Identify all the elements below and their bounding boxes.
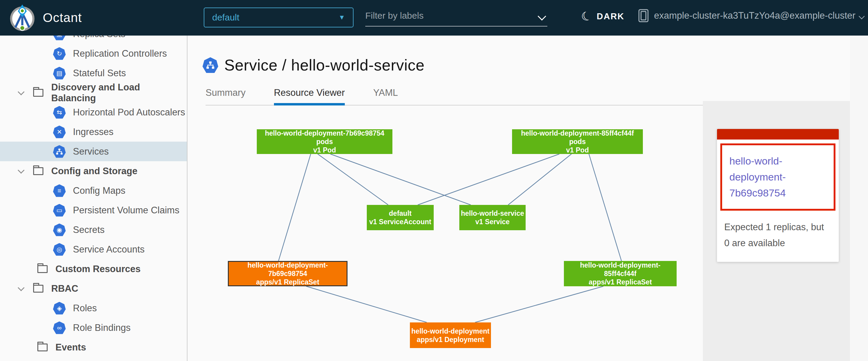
sidebar-item-services[interactable]: Services xyxy=(0,142,187,161)
cluster-selector[interactable]: example-cluster-ka3TuTzYo4a@example-clus… xyxy=(638,9,864,22)
graph-node-serviceaccount-default[interactable]: default v1 ServiceAccount xyxy=(367,205,434,230)
graph-node-replicaset-7b69c98754[interactable]: hello-world-deployment-7b69c98754 apps/v… xyxy=(228,261,347,286)
node-sublabel: v1 ServiceAccount xyxy=(369,218,431,226)
detail-panel: hello-world-deployment-7b69c98754 Expect… xyxy=(703,101,850,361)
node-label: hello-world-deployment-85ff4cf44f pods xyxy=(512,129,643,146)
octant-logo-icon xyxy=(8,4,36,32)
cluster-name: example-cluster-ka3TuTzYo4a@example-clus… xyxy=(654,10,855,21)
moon-icon: ☾ xyxy=(580,9,593,24)
sidebar-item-replica-sets[interactable]: ▣ Replica Sets xyxy=(0,36,187,44)
alert-status-bar xyxy=(717,129,839,139)
brand[interactable]: Octant xyxy=(8,4,165,32)
sidebar-section-events[interactable]: Events xyxy=(0,337,187,357)
node-label: hello-world-deployment-85ff4cf44f xyxy=(564,261,677,278)
sidebar-nav-list: ▣ Replica Sets ↻ Replication Controllers… xyxy=(0,36,187,357)
secrets-icon: ◉ xyxy=(53,224,66,236)
sidebar-item-label: Secrets xyxy=(73,225,104,235)
cluster-icon xyxy=(638,9,649,22)
hpa-icon: ⇆ xyxy=(53,106,66,119)
titlebar: Service / hello-world-service xyxy=(188,36,850,74)
filter-underline xyxy=(365,26,547,27)
chevron-down-icon[interactable] xyxy=(18,284,25,291)
sidebar-item-ingresses[interactable]: ✕ Ingresses xyxy=(0,122,187,142)
ingresses-icon: ✕ xyxy=(53,126,66,138)
graph-node-pods-85ff4cf44f[interactable]: hello-world-deployment-85ff4cf44f pods v… xyxy=(512,129,643,154)
chevron-down-icon[interactable] xyxy=(18,88,25,95)
node-label: hello-world-deployment xyxy=(411,327,490,335)
app-header: Octant default ▼ ☾ DARK example-cluster-… xyxy=(0,0,868,36)
node-label: hello-world-service xyxy=(461,209,524,218)
sidebar-item-label: Replication Controllers xyxy=(73,48,167,59)
sidebar-section-label: Discovery and Load Balancing xyxy=(51,82,187,104)
cluster-chevron-down-icon xyxy=(859,13,865,19)
sidebar-item-horizontal-pod-autoscalers[interactable]: ⇆ Horizontal Pod Autoscalers xyxy=(0,102,187,122)
replica-sets-icon: ▣ xyxy=(53,36,66,40)
app-title: Octant xyxy=(43,10,82,25)
stateful-sets-icon: ▤ xyxy=(53,67,66,79)
sidebar-section-label: RBAC xyxy=(51,283,79,294)
sidebar-item-secrets[interactable]: ◉ Secrets xyxy=(0,220,187,239)
replication-controllers-icon: ↻ xyxy=(53,47,66,60)
chevron-down-icon[interactable] xyxy=(18,167,25,173)
selected-resource-card: hello-world-deployment-7b69c98754 Expect… xyxy=(717,129,839,262)
sidebar-item-stateful-sets[interactable]: ▤ Stateful Sets xyxy=(0,63,187,83)
service-icon xyxy=(203,57,218,73)
node-sublabel: apps/v1 ReplicaSet xyxy=(589,278,652,286)
label-filter-input[interactable] xyxy=(365,9,547,22)
selected-resource-box: hello-world-deployment-7b69c98754 xyxy=(720,143,835,210)
sidebar-item-replication-controllers[interactable]: ↻ Replication Controllers xyxy=(0,44,187,63)
folder-icon xyxy=(37,343,48,351)
node-label: hello-world-deployment-7b69c98754 xyxy=(229,261,347,278)
sidebar-item-label: Services xyxy=(73,146,109,157)
roles-icon: ◈ xyxy=(53,302,66,315)
sidebar-item-label: Roles xyxy=(73,303,97,314)
folder-icon xyxy=(33,285,43,293)
graph-node-replicaset-85ff4cf44f[interactable]: hello-world-deployment-85ff4cf44f apps/v… xyxy=(564,261,677,286)
graph-node-deployment-hello-world[interactable]: hello-world-deployment apps/v1 Deploymen… xyxy=(410,322,491,348)
node-sublabel: v1 Pod xyxy=(313,146,336,154)
sidebar-nav: ▣ Replica Sets ↻ Replication Controllers… xyxy=(0,36,187,361)
sidebar-item-label: Ingresses xyxy=(73,127,113,137)
graph-node-service-hello-world[interactable]: hello-world-service v1 Service xyxy=(459,205,526,230)
folder-icon xyxy=(37,265,48,273)
sidebar-section-custom-resources[interactable]: Custom Resources xyxy=(0,259,187,279)
sidebar-item-label: Replica Sets xyxy=(73,36,125,39)
node-sublabel: v1 Service xyxy=(475,218,510,226)
sidebar-item-label: Config Maps xyxy=(73,185,125,196)
sidebar-section-label: Events xyxy=(56,342,86,353)
sidebar-section-discovery-and-load-balancing[interactable]: Discovery and Load Balancing xyxy=(0,83,187,102)
sidebar-item-label: Service Accounts xyxy=(73,244,145,255)
namespace-dropdown[interactable]: default ▼ xyxy=(204,7,353,27)
folder-icon xyxy=(33,167,43,175)
sidebar-item-roles[interactable]: ◈ Roles xyxy=(0,298,187,318)
sidebar-item-label: Role Bindings xyxy=(73,322,130,333)
sidebar-section-label: Config and Storage xyxy=(51,166,137,176)
page-title: Service / hello-world-service xyxy=(224,56,425,74)
sidebar-item-service-accounts[interactable]: ◎ Service Accounts xyxy=(0,239,187,259)
node-sublabel: apps/v1 Deployment xyxy=(417,335,484,344)
dark-theme-toggle[interactable]: ☾ DARK xyxy=(581,10,624,22)
sidebar-item-config-maps[interactable]: ≡ Config Maps xyxy=(0,181,187,200)
sidebar-item-role-bindings[interactable]: ∞ Role Bindings xyxy=(0,318,187,337)
pvc-icon: ▭ xyxy=(53,204,66,217)
folder-icon xyxy=(33,89,43,97)
graph-node-pods-7b69c98754[interactable]: hello-world-deployment-7b69c98754 pods v… xyxy=(257,129,393,154)
main-content: Service / hello-world-service Summary Re… xyxy=(188,36,850,361)
replica-warning-message: Expected 1 replicas, but 0 are available xyxy=(724,219,832,251)
node-label: default xyxy=(389,209,411,218)
service-accounts-icon: ◎ xyxy=(53,243,66,256)
node-sublabel: v1 Pod xyxy=(566,146,589,154)
label-filter xyxy=(365,9,547,27)
sidebar-section-label: Custom Resources xyxy=(56,264,141,274)
page-scroll-gutter[interactable] xyxy=(850,36,868,361)
services-icon xyxy=(53,145,66,158)
resource-link[interactable]: hello-world-deployment-7b69c98754 xyxy=(730,155,786,199)
sidebar-item-label: Persistent Volume Claims xyxy=(73,205,179,216)
sidebar-section-rbac[interactable]: RBAC xyxy=(0,279,187,298)
sidebar-section-config-and-storage[interactable]: Config and Storage xyxy=(0,161,187,181)
sidebar-item-persistent-volume-claims[interactable]: ▭ Persistent Volume Claims xyxy=(0,200,187,220)
node-sublabel: apps/v1 ReplicaSet xyxy=(256,278,319,286)
node-label: hello-world-deployment-7b69c98754 pods xyxy=(257,129,393,146)
dropdown-arrow-icon: ▼ xyxy=(338,13,345,22)
sidebar-item-label: Horizontal Pod Autoscalers xyxy=(73,107,185,118)
